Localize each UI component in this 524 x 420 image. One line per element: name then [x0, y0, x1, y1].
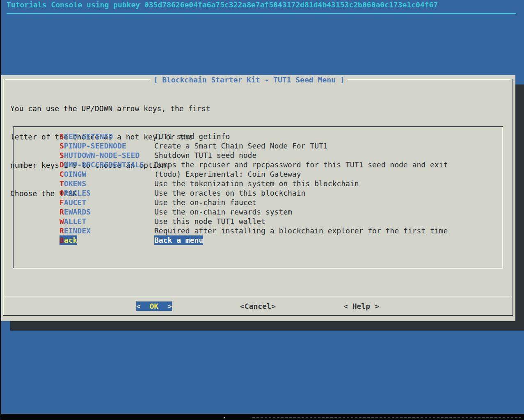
- button-text: <: [240, 302, 245, 310]
- tag-rest: EWARDS: [64, 208, 91, 216]
- button-separator-line: [3, 297, 512, 297]
- menu-item-tag: REWARDS: [59, 207, 91, 217]
- menu-item-description: Required after installing a blockchain e…: [154, 226, 448, 235]
- menu-item-tag: WALLET: [59, 217, 86, 226]
- button-text: Cancel: [245, 302, 271, 310]
- menu-item-description: Create a Smart Chain Seed Node For TUT1: [154, 141, 328, 151]
- menu-item-reindex[interactable]: REINDEXRequired after installing a block…: [1, 226, 515, 235]
- tag-rest: HUTDOWN-NODE-SEED: [64, 151, 140, 160]
- tag-rest: OINGW: [64, 170, 86, 178]
- menu-item-spinup-seednode[interactable]: SPINUP-SEEDNODECreate a Smart Chain Seed…: [1, 141, 515, 151]
- button-text: >: [271, 302, 276, 310]
- backtitle-divider: [7, 13, 516, 14]
- menu-item-tag: Back: [59, 235, 77, 245]
- menu-item-description: Use the oracles on this blockchain: [154, 188, 305, 198]
- menu-item-tag: SPINUP-SEEDNODE: [59, 141, 126, 151]
- menu-item-rewards[interactable]: REWARDSUse the on-chain rewards system: [1, 207, 515, 217]
- tag-rest: ack: [64, 236, 78, 244]
- menu-item-coingw[interactable]: COINGW(todo) Experimental: Coin Gateway: [1, 169, 515, 179]
- menu-item-tag: SEED-GETINFO: [59, 132, 113, 141]
- button-row: < OK ><Cancel>< Help >: [1, 301, 515, 311]
- hotkey-letter: S: [59, 151, 64, 160]
- help-button[interactable]: < Help >: [343, 301, 379, 311]
- menu-item-description: Dumps the rpcuser and rpcpassword for th…: [154, 160, 448, 169]
- tag-rest: EED-GETINFO: [64, 132, 113, 141]
- dialog-border-bottom: [3, 315, 513, 316]
- screen-left-edge: [0, 0, 1, 420]
- menu-item-description: Use the on-chain rewards system: [154, 207, 292, 217]
- bottom-status-bar: [0, 414, 524, 420]
- button-text: >: [375, 302, 379, 310]
- instruction-line: You can use the UP/DOWN arrow keys, the …: [10, 104, 211, 113]
- tag-rest: OKENS: [64, 179, 86, 188]
- menu-item-tag: DUMP-RPCCREDENTIALS: [59, 160, 144, 169]
- menu-item-back[interactable]: BackBack a menu: [1, 235, 515, 245]
- button-text: <: [343, 302, 348, 310]
- seed-menu-dialog: [ Blockchain Starter Kit - TUT1 Seed Men…: [1, 75, 515, 321]
- menu-item-tag: SHUTDOWN-NODE-SEED: [59, 151, 140, 160]
- hotkey-letter: F: [59, 198, 64, 207]
- bottom-bar-text-marks: [252, 417, 521, 418]
- hotkey-letter: S: [59, 132, 64, 141]
- menu-item-description: Shutdown TUT1 seed node: [154, 151, 256, 160]
- tag-rest: EINDEX: [64, 226, 91, 235]
- menu-item-tag: FAUCET: [59, 198, 86, 207]
- dialog-title-row: [ Blockchain Starter Kit - TUT1 Seed Men…: [1, 75, 515, 84]
- menu-item-description: Use the on-chain faucet: [154, 198, 256, 207]
- menu-item-oracles[interactable]: ORACLESUse the oracles on this blockchai…: [1, 188, 515, 198]
- hotkey-letter: C: [59, 170, 64, 178]
- tag-rest: RACLES: [64, 189, 91, 197]
- tag-rest: PINUP-SEEDNODE: [64, 142, 126, 150]
- menu-item-description: Back a menu: [154, 235, 203, 245]
- button-text: OK: [141, 302, 167, 310]
- menu-item-tokens[interactable]: TOKENSUse the tokenization system on thi…: [1, 179, 515, 188]
- cancel-button[interactable]: <Cancel>: [240, 301, 276, 311]
- menu-item-wallet[interactable]: WALLETUse this node TUT1 wallet: [1, 217, 515, 226]
- backtitle: Tutorials Console using pubkey 035d78626…: [7, 0, 438, 9]
- hotkey-letter: T: [59, 179, 64, 188]
- tag-rest: UMP-RPCCREDENTIALS: [64, 160, 144, 169]
- menu-item-dump-rpccredentials[interactable]: DUMP-RPCCREDENTIALSDumps the rpcuser and…: [1, 160, 515, 169]
- hotkey-letter: W: [59, 217, 64, 226]
- menu-item-tag: COINGW: [59, 169, 86, 179]
- button-text: >: [167, 302, 172, 310]
- menu-item-tag: TOKENS: [59, 179, 86, 188]
- hotkey-letter: D: [59, 160, 64, 169]
- bottom-bar-mark: [224, 417, 225, 418]
- dialog-shadow-right: [515, 84, 524, 331]
- button-text: Help: [348, 302, 375, 310]
- tag-rest: ALLET: [64, 217, 86, 226]
- menu-item-tag: ORACLES: [59, 188, 91, 198]
- hotkey-letter: R: [59, 208, 64, 216]
- hotkey-letter: R: [59, 226, 64, 235]
- button-text: <: [136, 302, 141, 310]
- menu-item-description: TUT1 seed getinfo: [154, 132, 230, 141]
- tag-rest: AUCET: [64, 198, 86, 207]
- menu-item-description: (todo) Experimental: Coin Gateway: [154, 169, 301, 179]
- menu-item-description: Use this node TUT1 wallet: [154, 217, 265, 226]
- menu-item-shutdown-node-seed[interactable]: SHUTDOWN-NODE-SEEDShutdown TUT1 seed nod…: [1, 151, 515, 160]
- menu-item-faucet[interactable]: FAUCETUse the on-chain faucet: [1, 198, 515, 207]
- menu-item-seed-getinfo[interactable]: SEED-GETINFOTUT1 seed getinfo: [1, 132, 515, 141]
- menu-item-tag: REINDEX: [59, 226, 91, 235]
- menu-item-description: Use the tokenization system on this bloc…: [154, 179, 359, 188]
- hotkey-letter: S: [59, 142, 64, 150]
- dialog-title: [ Blockchain Starter Kit - TUT1 Seed Men…: [151, 75, 348, 84]
- hotkey-letter: B: [59, 236, 64, 244]
- ok-button[interactable]: < OK >: [136, 301, 172, 311]
- dialog-shadow-bottom: [10, 321, 524, 331]
- hotkey-letter: O: [59, 189, 64, 197]
